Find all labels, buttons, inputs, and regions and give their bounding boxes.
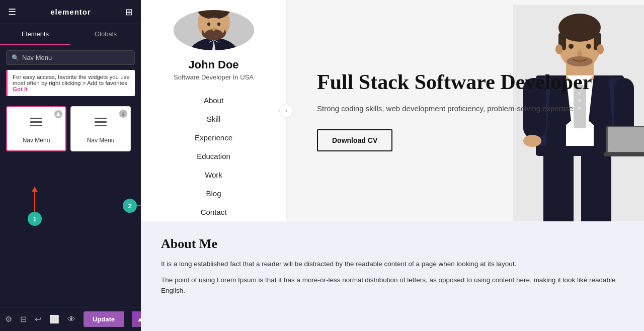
annotation-circle-2: 2	[123, 199, 137, 213]
hero-subtitle: Strong coding skills, web development pr…	[317, 103, 614, 115]
profile-name: John Doe	[188, 58, 238, 71]
layers-icon[interactable]: ⊟	[20, 314, 27, 324]
hero-text: Full Stack Software Developer Strong cod…	[317, 70, 614, 152]
svg-rect-7	[95, 125, 107, 126]
svg-point-16	[207, 23, 210, 26]
svg-point-39	[569, 44, 574, 49]
annotation-1: 1	[28, 187, 42, 226]
hero-section: Full Stack Software Developer Strong cod…	[287, 0, 644, 221]
svg-point-40	[586, 44, 591, 49]
content-top: John Doe Software Developer In USA About…	[141, 0, 644, 221]
panel-tabs: Elements Globals	[0, 24, 141, 45]
about-paragraph-1: It is a long established fact that a rea…	[161, 259, 624, 270]
got-it-link[interactable]: Got It	[13, 86, 28, 92]
widget-card-nav-menu-2[interactable]: Nav Menu	[70, 106, 131, 151]
bottom-toolbar: ⚙ ⊟ ↩ ⬜ 👁 Update ▲	[0, 307, 141, 331]
search-bar: 🔍	[0, 45, 141, 70]
nav-menu-icon-1	[28, 114, 44, 134]
annotation-circle-1: 1	[28, 212, 42, 226]
tip-box: For easy access, favorite the widgets yo…	[6, 70, 135, 96]
responsive-icon[interactable]: ⬜	[49, 314, 59, 324]
svg-point-38	[597, 44, 604, 54]
profile-column: John Doe Software Developer In USA About…	[141, 0, 287, 221]
about-paragraph-2: The point of using Lorem Ipsum is that i…	[161, 275, 624, 296]
left-panel: ☰ elementor ⊞ Elements Globals 🔍 For eas…	[0, 0, 141, 331]
update-button[interactable]: Update	[84, 311, 124, 327]
nav-item-contact[interactable]: Contact	[141, 203, 286, 221]
svg-rect-1	[30, 118, 42, 119]
svg-point-37	[555, 44, 562, 54]
about-title: About Me	[161, 236, 624, 252]
nav-item-work[interactable]: Work	[141, 166, 286, 184]
about-section: About Me It is a long established fact t…	[141, 221, 644, 331]
widget-area: Nav Menu Nav Menu	[0, 101, 141, 156]
nav-item-experience[interactable]: Experience	[141, 128, 286, 147]
widget-card-nav-menu-1[interactable]: Nav Menu	[6, 106, 66, 151]
panel-header: ☰ elementor ⊞	[0, 0, 141, 24]
widget-label-1: Nav Menu	[23, 137, 50, 144]
nav-item-about[interactable]: About	[141, 91, 286, 110]
svg-point-0	[57, 113, 59, 115]
preview-icon[interactable]: 👁	[67, 315, 75, 324]
svg-rect-4	[122, 114, 124, 116]
svg-rect-3	[30, 125, 42, 126]
settings-icon[interactable]: ⚙	[5, 314, 12, 324]
tab-globals[interactable]: Globals	[70, 24, 141, 45]
widgets-grid: Nav Menu Nav Menu	[0, 101, 141, 156]
hamburger-icon[interactable]: ☰	[8, 7, 16, 18]
widget-label-2: Nav Menu	[87, 137, 115, 144]
profile-avatar	[174, 10, 254, 50]
right-content: John Doe Software Developer In USA About…	[141, 0, 644, 331]
svg-point-17	[217, 23, 220, 26]
svg-rect-50	[604, 152, 644, 156]
svg-rect-2	[30, 121, 42, 123]
hero-title: Full Stack Software Developer	[317, 70, 614, 94]
grid-icon[interactable]: ⊞	[125, 7, 133, 18]
nav-item-blog[interactable]: Blog	[141, 184, 286, 203]
widget-badge-person	[54, 110, 62, 118]
search-input-wrap: 🔍	[6, 50, 135, 65]
profile-title: Software Developer In USA	[174, 73, 254, 81]
svg-point-41	[577, 50, 582, 57]
nav-menu: About Skill Experience Education Work Bl…	[141, 91, 286, 221]
search-input[interactable]	[22, 54, 129, 61]
history-icon[interactable]: ↩	[35, 314, 41, 324]
elementor-logo: elementor	[50, 8, 91, 16]
svg-rect-5	[95, 118, 107, 119]
nav-menu-icon-2	[93, 114, 109, 134]
widget-badge-lock	[119, 110, 127, 118]
tab-elements[interactable]: Elements	[0, 24, 70, 45]
svg-point-19	[212, 27, 215, 31]
nav-item-education[interactable]: Education	[141, 147, 286, 166]
svg-rect-23	[543, 146, 574, 221]
search-icon: 🔍	[12, 54, 19, 61]
svg-rect-6	[95, 121, 107, 123]
svg-rect-24	[581, 146, 611, 221]
collapse-panel-button[interactable]: ‹	[279, 104, 293, 118]
tip-text: For easy access, favorite the widgets yo…	[13, 74, 130, 86]
nav-item-skill[interactable]: Skill	[141, 110, 286, 128]
download-cv-button[interactable]: Download CV	[317, 129, 392, 151]
